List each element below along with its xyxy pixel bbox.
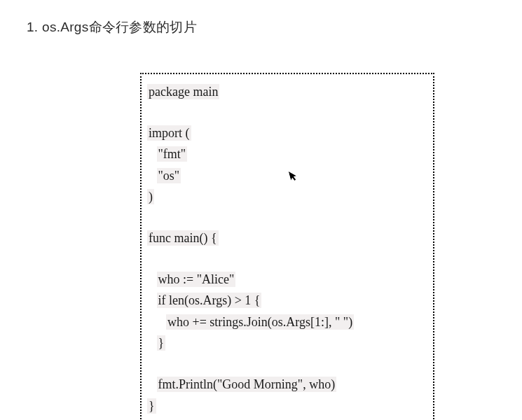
- code-text: "fmt": [157, 146, 188, 162]
- code-line: }: [147, 396, 427, 417]
- code-line: "fmt": [147, 144, 427, 165]
- code-line: fmt.Println("Good Morning", who): [147, 374, 427, 396]
- code-text: who := "Alice": [157, 272, 236, 287]
- blank-line: [147, 103, 427, 122]
- code-line: "os": [147, 165, 427, 187]
- code-text: import (: [147, 125, 191, 141]
- code-line: import (: [147, 122, 427, 144]
- blank-line: [147, 208, 427, 227]
- code-text: }: [157, 335, 166, 351]
- code-text: if len(os.Args) > 1 {: [157, 293, 262, 308]
- blank-line: [147, 354, 427, 374]
- code-line: ): [147, 186, 427, 208]
- blank-line: [147, 249, 427, 269]
- code-block: package main import ( "fmt" "os" ) func …: [140, 73, 434, 420]
- code-line: who += strings.Join(os.Args[1:], " "): [147, 312, 427, 333]
- code-line: func main() {: [147, 227, 427, 249]
- code-line: package main: [147, 81, 427, 103]
- code-text: func main() {: [147, 230, 219, 246]
- code-text: "os": [157, 168, 181, 183]
- code-text: }: [147, 398, 156, 414]
- code-text: who += strings.Join(os.Args[1:], " "): [166, 314, 354, 330]
- section-heading: 1. os.Args命令行参数的切片: [27, 18, 197, 36]
- code-text: fmt.Println("Good Morning", who): [157, 377, 337, 392]
- code-text: ): [147, 189, 154, 204]
- code-text: package main: [147, 84, 219, 99]
- code-line: }: [147, 332, 427, 354]
- code-line: who := "Alice": [147, 269, 427, 290]
- code-line: if len(os.Args) > 1 {: [147, 290, 427, 312]
